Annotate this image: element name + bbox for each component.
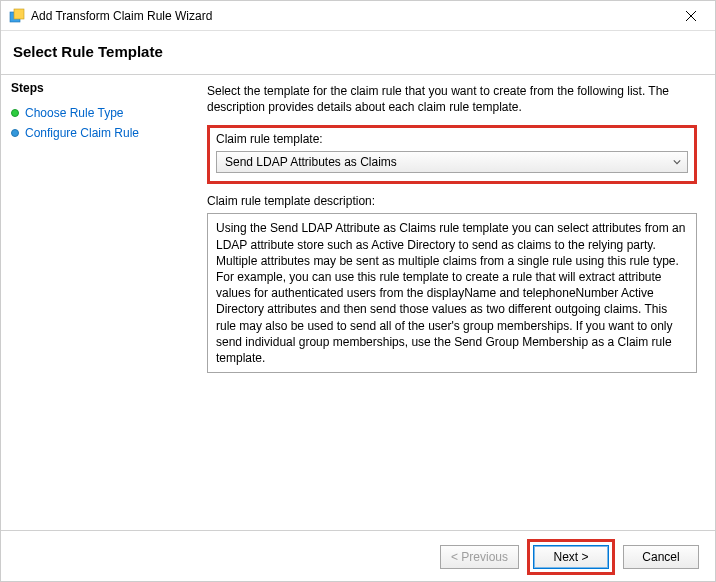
titlebar: Add Transform Claim Rule Wizard	[1, 1, 715, 31]
svg-rect-1	[14, 9, 24, 19]
close-button[interactable]	[671, 2, 711, 30]
wizard-icon	[9, 8, 25, 24]
page-heading: Select Rule Template	[1, 31, 715, 74]
template-label: Claim rule template:	[216, 132, 688, 146]
step-label: Configure Claim Rule	[25, 126, 139, 140]
claim-rule-template-dropdown[interactable]: Send LDAP Attributes as Claims	[216, 151, 688, 173]
wizard-body: Steps Choose Rule Type Configure Claim R…	[1, 75, 715, 530]
step-choose-rule-type[interactable]: Choose Rule Type	[11, 103, 187, 123]
description-box: Using the Send LDAP Attribute as Claims …	[207, 213, 697, 373]
step-bullet-inactive-icon	[11, 129, 19, 137]
steps-title: Steps	[11, 81, 187, 95]
main-panel: Select the template for the claim rule t…	[197, 75, 715, 530]
close-icon	[686, 11, 696, 21]
intro-text: Select the template for the claim rule t…	[207, 83, 697, 115]
next-highlight: Next >	[527, 539, 615, 575]
step-configure-claim-rule[interactable]: Configure Claim Rule	[11, 123, 187, 143]
footer-buttons: < Previous Next > Cancel	[1, 530, 715, 582]
window-title: Add Transform Claim Rule Wizard	[31, 9, 671, 23]
step-label: Choose Rule Type	[25, 106, 124, 120]
next-button[interactable]: Next >	[533, 545, 609, 569]
description-label: Claim rule template description:	[207, 194, 697, 208]
cancel-button[interactable]: Cancel	[623, 545, 699, 569]
step-bullet-active-icon	[11, 109, 19, 117]
chevron-down-icon	[673, 155, 681, 169]
steps-sidebar: Steps Choose Rule Type Configure Claim R…	[1, 75, 197, 530]
dropdown-value: Send LDAP Attributes as Claims	[225, 155, 397, 169]
template-highlight: Claim rule template: Send LDAP Attribute…	[207, 125, 697, 184]
previous-button: < Previous	[440, 545, 519, 569]
